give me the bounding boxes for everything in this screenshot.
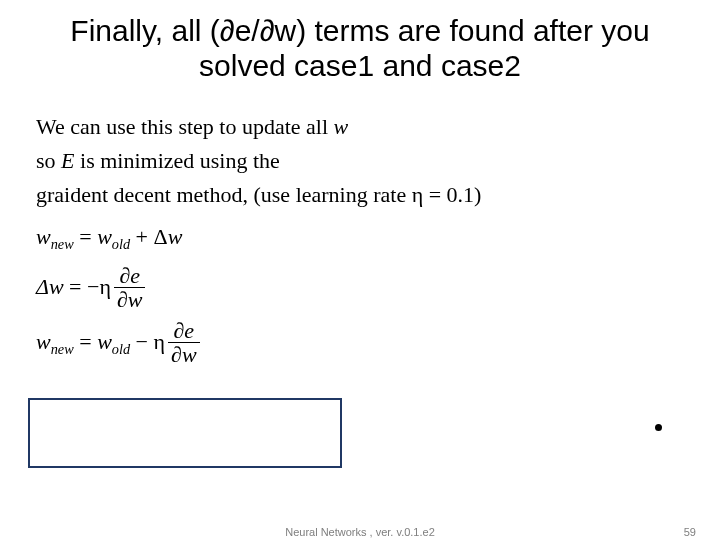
eq-sign: =: [74, 224, 97, 249]
eq-neg-eta: = −η: [64, 274, 111, 299]
frac-den: ∂w: [114, 287, 146, 311]
text: ): [474, 182, 481, 207]
highlight-box: [28, 398, 342, 468]
equation-2: Δw = −η ∂e ∂w: [36, 264, 676, 311]
var-w: w: [97, 329, 112, 354]
body-line-3: graident decent method, (use learning ra…: [36, 178, 676, 212]
slide: Finally, all (∂e/∂w) terms are found aft…: [0, 0, 720, 540]
frac-num: ∂e: [114, 264, 146, 287]
sub-old: old: [112, 341, 130, 357]
slide-body: We can use this step to update all w so …: [36, 110, 676, 366]
eq-sign: =: [74, 329, 97, 354]
delta-w: Δw: [36, 274, 64, 299]
sub-new: new: [51, 341, 74, 357]
text: graident decent method, (use learning ra…: [36, 182, 447, 207]
body-line-1: We can use this step to update all w: [36, 110, 676, 144]
learning-rate-value: 0.1: [447, 182, 475, 207]
equation-3: wnew = wold − η ∂e ∂w: [36, 319, 676, 366]
var-w: w: [97, 224, 112, 249]
var-E: E: [61, 148, 74, 173]
text: so: [36, 148, 61, 173]
equation-1: wnew = wold + Δw: [36, 220, 676, 256]
var-w: w: [334, 114, 349, 139]
bullet-icon: [655, 424, 662, 431]
text: is minimized using the: [75, 148, 280, 173]
page-number: 59: [684, 526, 696, 538]
sub-new: new: [51, 237, 74, 253]
var-w: w: [36, 224, 51, 249]
var-w: w: [168, 224, 183, 249]
slide-title: Finally, all (∂e/∂w) terms are found aft…: [0, 0, 720, 83]
var-w: w: [36, 329, 51, 354]
minus-eta: − η: [130, 329, 165, 354]
frac-num: ∂e: [168, 319, 200, 342]
plus-delta: + Δ: [130, 224, 168, 249]
text: We can use this step to update all: [36, 114, 334, 139]
body-line-2: so E is minimized using the: [36, 144, 676, 178]
fraction-de-dw: ∂e ∂w: [168, 319, 200, 366]
sub-old: old: [112, 237, 130, 253]
footer-center-text: Neural Networks , ver. v.0.1.e2: [0, 526, 720, 538]
frac-den: ∂w: [168, 342, 200, 366]
fraction-de-dw: ∂e ∂w: [114, 264, 146, 311]
